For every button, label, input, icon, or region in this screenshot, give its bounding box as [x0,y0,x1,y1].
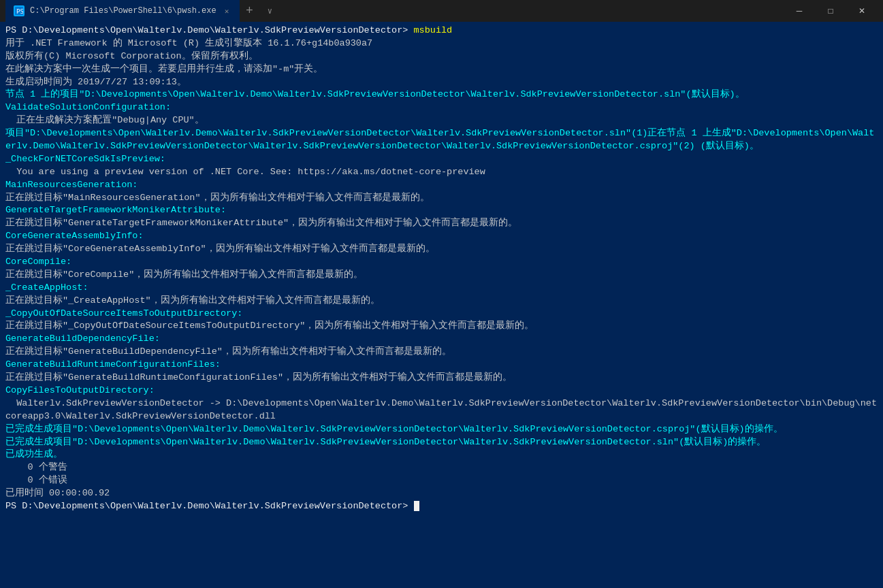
tab-icon: PS [14,5,25,16]
terminal-line: _CreateAppHost: [5,282,878,295]
terminal-line: PS D:\Developments\Open\Walterlv.Demo\Wa… [5,24,878,37]
tab-close-button[interactable]: ✕ [222,5,232,17]
terminal-line: 版权所有(C) Microsoft Corporation。保留所有权利。 [5,50,878,63]
new-tab-button[interactable]: + [240,1,259,20]
terminal-line: _CheckForNETCoreSdkIsPreview: [5,153,878,166]
terminal-line: 0 个错误 [5,474,878,487]
terminal-line: 已完成生成项目"D:\Developments\Open\Walterlv.De… [5,423,878,436]
terminal-line: ValidateSolutionConfiguration: [5,101,878,114]
terminal-line: CoreCompile: [5,256,878,269]
tab-dropdown-button[interactable]: ∨ [260,1,279,20]
active-tab[interactable]: PS C:\Program Files\PowerShell\6\pwsh.ex… [5,0,240,22]
terminal-line: GenerateBuildDependencyFile: [5,333,878,346]
terminal-line: 生成启动时间为 2019/7/27 13:09:13。 [5,76,878,89]
titlebar: PS C:\Program Files\PowerShell\6\pwsh.ex… [0,0,883,22]
terminal-line: 节点 1 上的项目"D:\Developments\Open\Walterlv.… [5,88,878,101]
terminal-line: 正在跳过目标"CoreCompile"，因为所有输出文件相对于输入文件而言都是最… [5,269,878,282]
terminal-line: 已成功生成。 [5,448,878,461]
terminal-window: PS C:\Program Files\PowerShell\6\pwsh.ex… [0,0,883,588]
terminal-line: 0 个警告 [5,461,878,474]
terminal-line: 正在生成解决方案配置"Debug|Any CPU"。 [5,114,878,127]
terminal-line: MainResourcesGeneration: [5,179,878,192]
terminal-line: 正在跳过目标"MainResourcesGeneration"，因为所有输出文件… [5,192,878,205]
terminal-line: 在此解决方案中一次生成一个项目。若要启用并行生成，请添加"-m"开关。 [5,63,878,76]
close-button[interactable]: ✕ [846,0,878,22]
terminal-line: 正在跳过目标"GenerateBuildRuntimeConfiguration… [5,372,878,385]
terminal-line: _CopyOutOfDateSourceItemsToOutputDirecto… [5,308,878,321]
terminal-line: 正在跳过目标"CoreGenerateAssemblyInfo"，因为所有输出文… [5,243,878,256]
terminal-line: 正在跳过目标"GenerateBuildDependencyFile"，因为所有… [5,346,878,359]
terminal-line: 已完成生成项目"D:\Developments\Open\Walterlv.De… [5,436,878,449]
terminal-line: CoreGenerateAssemblyInfo: [5,230,878,243]
terminal-line: You are using a preview version of .NET … [5,166,878,179]
terminal-line: 正在跳过目标"_CreateAppHost"，因为所有输出文件相对于输入文件而言… [5,295,878,308]
terminal-line: 已用时间 00:00:00.92 [5,487,878,500]
terminal-line: 正在跳过目标"GenerateTargetFrameworkMonikerAtt… [5,217,878,230]
maximize-button[interactable]: □ [815,0,846,22]
cursor [414,501,419,511]
terminal-line: 用于 .NET Framework 的 Microsoft (R) 生成引擎版本… [5,37,878,50]
terminal-line: CopyFilesToOutputDirectory: [5,385,878,397]
terminal-line: PS D:\Developments\Open\Walterlv.Demo\Wa… [5,500,878,513]
terminal-line: 正在跳过目标"_CopyOutOfDateSourceItemsToOutput… [5,320,878,333]
titlebar-controls: ─ □ ✕ [784,0,878,22]
titlebar-tabs: PS C:\Program Files\PowerShell\6\pwsh.ex… [5,0,784,22]
terminal-body[interactable]: PS D:\Developments\Open\Walterlv.Demo\Wa… [0,22,883,588]
tab-label: C:\Program Files\PowerShell\6\pwsh.exe [30,6,216,16]
minimize-button[interactable]: ─ [784,0,815,22]
terminal-line: 项目"D:\Developments\Open\Walterlv.Demo\Wa… [5,127,878,153]
terminal-line: Walterlv.SdkPreviewVersionDetector -> D:… [5,397,878,423]
svg-text:PS: PS [16,8,23,15]
terminal-line: GenerateBuildRuntimeConfigurationFiles: [5,359,878,372]
terminal-line: GenerateTargetFrameworkMonikerAttribute: [5,204,878,217]
